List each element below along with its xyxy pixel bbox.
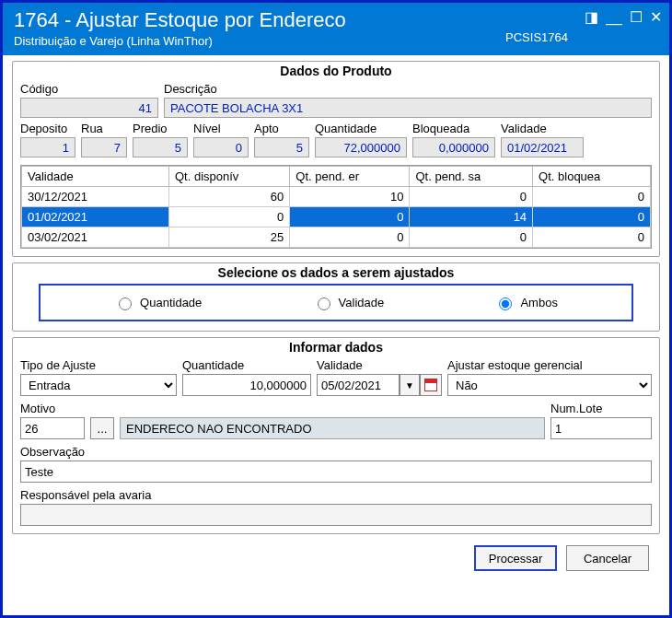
value-rua: 7 (81, 137, 127, 157)
maximize-icon[interactable]: ☐ (630, 8, 643, 26)
table-cell: 0 (169, 207, 290, 227)
value-codigo: 41 (20, 98, 158, 118)
group-selecao: Selecione os dados a serem ajustados Qua… (12, 262, 660, 332)
col-disponivel[interactable]: Qt. disponív (169, 167, 290, 187)
radio-quantidade-input[interactable] (119, 297, 132, 310)
group-dados-produto: Dados do Produto Código 41 Descrição PAC… (12, 61, 660, 257)
value-predio: 5 (133, 137, 188, 157)
edit-icon[interactable]: ◨ (585, 8, 598, 26)
minimize-icon[interactable]: __ (606, 9, 622, 26)
grid-estoque[interactable]: Validade Qt. disponív Qt. pend. er Qt. p… (20, 165, 652, 249)
table-cell: 0 (533, 227, 651, 248)
legend-informar: Informar dados (20, 340, 652, 355)
table-cell: 25 (169, 227, 290, 248)
label-inf-validade: Validade (317, 358, 442, 372)
label-descricao: Descrição (164, 82, 652, 96)
col-bloqueada[interactable]: Qt. bloquea (533, 167, 651, 187)
label-deposito: Deposito (20, 122, 75, 135)
calendar-icon (424, 379, 437, 391)
input-quantidade[interactable] (182, 374, 311, 396)
table-cell: 0 (410, 187, 533, 207)
col-validade[interactable]: Validade (22, 167, 169, 187)
radio-quantidade-label: Quantidade (140, 296, 202, 309)
label-apto: Apto (254, 122, 309, 135)
lookup-motivo-button[interactable]: ... (90, 417, 114, 439)
value-validade: 01/02/2021 (501, 137, 584, 157)
label-codigo: Código (20, 82, 158, 96)
window-title: 1764 - Ajustar Estoque por Endereco (14, 8, 658, 32)
label-motivo: Motivo (20, 402, 85, 415)
radio-validade-label: Validade (339, 296, 385, 309)
table-cell: 01/02/2021 (22, 207, 169, 227)
label-tipo-ajuste: Tipo de Ajuste (20, 358, 177, 372)
radio-quantidade[interactable]: Quantidade (114, 295, 202, 310)
motivo-descricao: ENDERECO NAO ENCONTRADO (120, 417, 545, 439)
legend-dados-produto: Dados do Produto (20, 64, 652, 78)
group-informar: Informar dados Tipo de Ajuste Entrada Qu… (12, 337, 660, 534)
system-id: PCSIS1764 (505, 30, 568, 44)
value-apto: 5 (254, 137, 309, 157)
label-responsavel: Responsável pela avaria (20, 488, 652, 502)
radio-ambos-label: Ambos (520, 296, 557, 309)
table-cell: 0 (533, 187, 651, 207)
calendar-button[interactable] (420, 374, 442, 396)
table-cell: 0 (410, 227, 533, 248)
radio-ambos[interactable]: Ambos (494, 295, 557, 310)
table-cell: 0 (533, 207, 651, 227)
radio-validade[interactable]: Validade (313, 295, 385, 310)
label-validade: Validade (501, 122, 584, 135)
table-cell: 03/02/2021 (22, 227, 169, 248)
dropdown-validade-button[interactable]: ▼ (400, 374, 420, 396)
col-pend-s[interactable]: Qt. pend. sa (410, 167, 533, 187)
input-responsavel (20, 504, 652, 526)
table-row[interactable]: 01/02/202100140 (22, 207, 651, 227)
table-cell: 30/12/2021 (22, 187, 169, 207)
input-motivo-cod[interactable] (20, 417, 85, 439)
processar-button[interactable]: Processar (474, 545, 557, 571)
label-observacao: Observação (20, 445, 652, 459)
radio-validade-input[interactable] (318, 297, 330, 310)
table-cell: 60 (169, 187, 290, 207)
table-cell: 10 (290, 187, 410, 207)
label-ajustar-ger: Ajustar estoque gerencial (447, 358, 652, 372)
close-icon[interactable]: ✕ (650, 8, 662, 26)
col-pend-e[interactable]: Qt. pend. er (290, 167, 410, 187)
select-tipo-ajuste[interactable]: Entrada (20, 374, 177, 396)
label-inf-quantidade: Quantidade (182, 358, 311, 372)
input-num-lote[interactable] (550, 417, 652, 439)
label-nivel: Nível (193, 122, 249, 135)
value-bloqueada: 0,000000 (412, 137, 495, 157)
value-deposito: 1 (20, 137, 75, 157)
table-cell: 0 (290, 227, 410, 248)
titlebar: 1764 - Ajustar Estoque por Endereco Dist… (3, 3, 669, 55)
legend-selecao: Selecione os dados a serem ajustados (20, 265, 652, 280)
label-quantidade: Quantidade (315, 122, 407, 135)
table-cell: 0 (290, 207, 410, 227)
label-rua: Rua (81, 122, 127, 135)
radio-ambos-input[interactable] (499, 297, 512, 310)
value-descricao: PACOTE BOLACHA 3X1 (164, 98, 652, 118)
label-num-lote: Num.Lote (550, 402, 652, 415)
value-nivel: 0 (193, 137, 249, 157)
value-quantidade: 72,000000 (315, 137, 407, 157)
label-bloqueada: Bloqueada (412, 122, 495, 135)
label-predio: Predio (133, 122, 188, 135)
select-ajustar-ger[interactable]: Não (447, 374, 652, 396)
table-row[interactable]: 03/02/202125000 (22, 227, 651, 248)
table-row[interactable]: 30/12/2021601000 (22, 187, 651, 207)
table-cell: 14 (410, 207, 533, 227)
cancelar-button[interactable]: Cancelar (566, 545, 649, 571)
input-validade[interactable] (317, 374, 400, 396)
input-observacao[interactable] (20, 461, 652, 483)
